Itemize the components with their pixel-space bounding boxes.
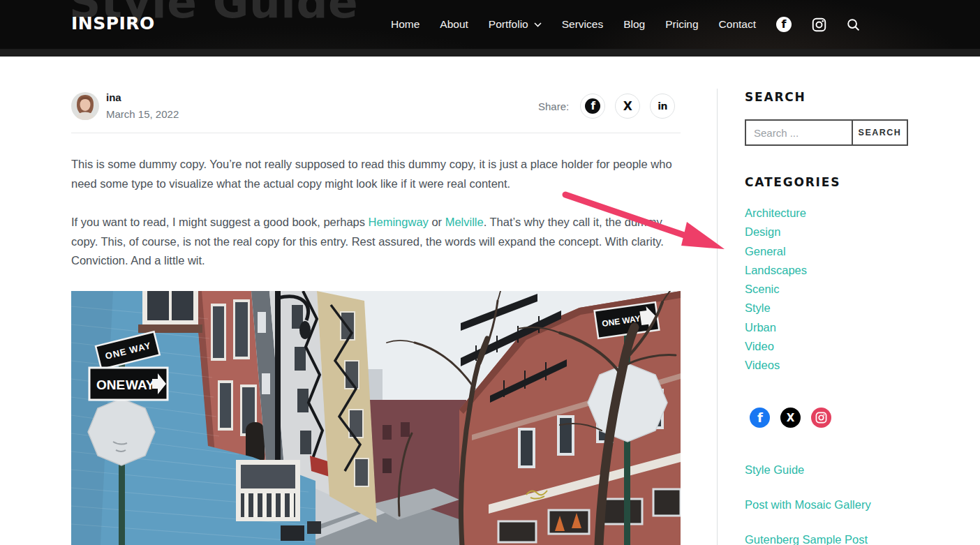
menu-icon[interactable]: [880, 19, 902, 30]
list-item: Urban: [745, 318, 807, 337]
nav-item-blog[interactable]: Blog: [623, 18, 645, 31]
search-submit-button[interactable]: SEARCH: [852, 121, 907, 144]
hemingway-link[interactable]: Hemingway: [369, 216, 429, 228]
recent-post-link-mosaic-gallery[interactable]: Post with Mosaic Gallery: [745, 498, 871, 512]
category-link-urban[interactable]: Urban: [745, 321, 776, 334]
category-link-style[interactable]: Style: [745, 301, 771, 314]
list-item: Style: [745, 299, 807, 318]
share-linkedin-button[interactable]: in: [650, 94, 675, 119]
list-item: Video: [745, 337, 807, 356]
site-logo[interactable]: INSPIRO: [71, 13, 155, 33]
nav-item-contact[interactable]: Contact: [719, 18, 756, 31]
search-widget-heading: SEARCH: [745, 90, 806, 104]
category-link-landscapes[interactable]: Landscapes: [745, 264, 807, 276]
content-sidebar-divider: [717, 89, 718, 545]
header-bottom-strip: [0, 49, 980, 57]
list-item: Videos: [745, 356, 807, 375]
facebook-icon: f: [757, 410, 763, 425]
paragraph-1: This is some dummy copy. You’re not real…: [71, 155, 681, 193]
recent-post-link-gutenberg[interactable]: Gutenberg Sample Post: [745, 533, 871, 545]
share-row: Share: f X in: [538, 94, 675, 119]
sidebar-facebook-link[interactable]: f: [750, 408, 770, 428]
nav-item-home[interactable]: Home: [391, 18, 420, 31]
facebook-icon: f: [776, 17, 792, 32]
category-link-architecture[interactable]: Architecture: [745, 207, 806, 219]
melville-link[interactable]: Melville: [445, 216, 484, 228]
one-way-sign-big-way: WAY: [126, 378, 155, 392]
main-nav: Home About Portfolio Services Blog Prici…: [391, 0, 902, 49]
author-name[interactable]: ina: [106, 91, 121, 103]
nav-item-services[interactable]: Services: [562, 18, 603, 31]
category-link-general[interactable]: General: [745, 245, 786, 257]
category-link-design[interactable]: Design: [745, 225, 780, 238]
category-link-videos[interactable]: Videos: [745, 359, 780, 371]
search-icon: [847, 18, 860, 31]
x-icon: X: [623, 99, 632, 113]
list-item: General: [745, 242, 807, 261]
nav-item-about[interactable]: About: [440, 18, 468, 31]
list-item: Architecture: [745, 204, 807, 223]
list-item: Landscapes: [745, 261, 807, 280]
sidebar-x-link[interactable]: X: [780, 408, 801, 428]
post-date: March 15, 2022: [106, 108, 179, 120]
linkedin-icon: in: [658, 100, 667, 112]
nav-item-pricing[interactable]: Pricing: [665, 18, 698, 31]
site-header: Style Guide INSPIRO Home About Portfolio…: [0, 0, 980, 57]
facebook-icon: f: [585, 98, 600, 114]
share-label: Share:: [538, 100, 569, 112]
header-instagram-link[interactable]: [812, 17, 826, 32]
one-way-sign-big-one: ONE: [96, 378, 125, 392]
categories-widget-heading: CATEGORIES: [745, 175, 840, 189]
category-link-scenic[interactable]: Scenic: [745, 283, 780, 295]
instagram-icon: [812, 17, 826, 32]
search-input[interactable]: [746, 121, 852, 144]
search-form: SEARCH: [745, 119, 908, 146]
sidebar-social-row: f X: [750, 408, 831, 428]
divider: [71, 133, 681, 133]
list-item: Scenic: [745, 280, 807, 299]
list-item: Design: [745, 223, 807, 241]
share-facebook-button[interactable]: f: [580, 94, 605, 119]
paragraph-2: If you want to read, I might suggest a g…: [71, 213, 681, 271]
header-search-button[interactable]: [847, 18, 860, 31]
share-x-button[interactable]: X: [615, 94, 640, 119]
chevron-down-icon: [534, 22, 542, 27]
post-featured-image: ONE WAY ONE WAY ONE WAY: [71, 291, 681, 545]
recent-post-link-style-guide[interactable]: Style Guide: [745, 463, 871, 477]
category-link-video[interactable]: Video: [745, 340, 774, 352]
x-icon: X: [787, 412, 795, 424]
header-facebook-link[interactable]: f: [776, 17, 792, 32]
recent-posts-list: Style Guide Post with Mosaic Gallery Gut…: [745, 463, 871, 545]
sidebar-instagram-link[interactable]: [811, 408, 831, 428]
avatar: [71, 92, 99, 120]
categories-list: Architecture Design General Landscapes S…: [745, 204, 807, 375]
nav-item-portfolio[interactable]: Portfolio: [489, 18, 542, 31]
instagram-icon: [815, 412, 827, 424]
